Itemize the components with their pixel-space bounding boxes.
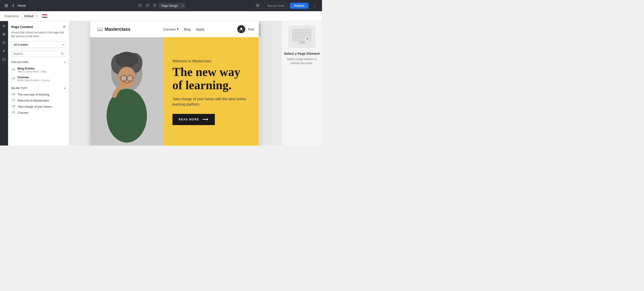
svg-rect-16 xyxy=(12,68,15,69)
preview-area: 📖 Masterclass Courses ▾ Blog Apply xyxy=(69,21,282,146)
logo-book-icon: 📖 xyxy=(97,26,103,32)
inline-text-section-header: INLINE TEXT ∨ xyxy=(11,86,66,90)
nav-courses-link[interactable]: Courses ▾ xyxy=(163,27,178,31)
palette-icon[interactable] xyxy=(1,40,7,45)
svg-rect-2 xyxy=(4,6,8,7)
svg-point-5 xyxy=(257,5,258,6)
hero-read-more-button[interactable]: READ MORE ⟶ xyxy=(172,114,215,125)
preview-frame-wrapper: 📖 Masterclass Courses ▾ Blog Apply xyxy=(90,21,260,146)
list-item[interactable]: The new way of learning. xyxy=(11,92,66,98)
inline-text-chevron-icon[interactable]: ∨ xyxy=(64,86,66,90)
panel-description: Access the content included in the page … xyxy=(11,31,66,38)
back-button[interactable] xyxy=(11,3,15,8)
svg-point-34 xyxy=(240,28,242,30)
history-button[interactable] xyxy=(152,3,158,9)
svg-rect-30 xyxy=(12,107,14,108)
svg-rect-32 xyxy=(12,112,15,112)
svg-rect-21 xyxy=(12,79,14,79)
list-item[interactable]: Courses xyxy=(11,110,66,116)
svg-rect-13 xyxy=(3,58,6,60)
hero-image-placeholder xyxy=(90,37,164,146)
hero-btn-arrow-icon: ⟶ xyxy=(202,117,208,122)
list-item[interactable]: Courses Web Content Article - Course xyxy=(11,74,66,83)
user-avatar xyxy=(237,25,245,33)
undo-button[interactable] xyxy=(137,3,143,9)
nav-apply-link[interactable]: Apply xyxy=(196,27,204,31)
panel-close-button[interactable]: ✕ xyxy=(63,25,66,29)
panel-title: Page Content xyxy=(11,25,33,29)
preview-scrollbar-thumb[interactable] xyxy=(259,23,260,37)
select-element-title: Select a Page Element xyxy=(284,52,320,56)
device-switcher: Page Design Global Design xyxy=(137,3,185,9)
preview-button[interactable] xyxy=(254,3,262,9)
search-bar xyxy=(11,51,66,57)
content-filter-select[interactable]: All Content Collection Inline Text xyxy=(11,42,66,48)
more-options-button[interactable]: ⋮ xyxy=(311,2,318,9)
nav-blog-link[interactable]: Blog xyxy=(184,27,190,31)
inline-text-2: Take charge of your future... xyxy=(18,105,54,108)
svg-rect-33 xyxy=(12,113,14,114)
add-element-icon[interactable] xyxy=(1,23,7,29)
redo-button[interactable] xyxy=(144,3,151,9)
inline-text-1: Welcome to Masterclass xyxy=(18,99,49,102)
svg-rect-24 xyxy=(12,95,14,95)
publish-button[interactable]: Publish xyxy=(290,3,308,9)
courses-collection-name: Courses xyxy=(18,76,49,79)
inline-text-1-icon xyxy=(12,99,15,102)
hero-title: The new way of learning. xyxy=(172,66,252,92)
page-title: Home xyxy=(18,4,26,8)
inline-text-3-icon xyxy=(12,111,15,114)
topbar-right: Discard Draft Publish ⋮ xyxy=(254,2,318,9)
experience-label: Experience xyxy=(4,14,19,18)
page-design-select[interactable]: Page Design Global Design xyxy=(159,3,185,8)
site-nav-right: Test xyxy=(237,25,254,33)
collection-chevron-icon[interactable]: ∨ xyxy=(64,60,66,64)
sidebar-toggle-button[interactable] xyxy=(4,3,9,8)
discard-draft-button[interactable]: Discard Draft xyxy=(264,3,288,9)
panel-header: Page Content ✕ xyxy=(11,25,66,29)
language-flag[interactable] xyxy=(42,14,47,18)
svg-point-44 xyxy=(127,75,133,81)
page-design-wrapper: Page Design Global Design xyxy=(159,3,185,8)
hero-image xyxy=(90,37,164,146)
search-input[interactable] xyxy=(13,52,60,56)
svg-line-15 xyxy=(63,54,64,55)
svg-rect-17 xyxy=(12,69,15,70)
blog-entries-sub: Web Content Article - Blog xyxy=(18,70,46,73)
svg-rect-20 xyxy=(12,78,15,78)
list-item[interactable]: Blog Entries Web Content Article - Blog xyxy=(11,66,66,74)
layers-icon[interactable] xyxy=(1,32,7,37)
svg-point-4 xyxy=(256,4,259,6)
site-nav-links: Courses ▾ Blog Apply xyxy=(163,27,204,31)
svg-rect-10 xyxy=(3,35,6,36)
inline-text-2-icon xyxy=(12,105,15,108)
blog-entries-info: Blog Entries Web Content Article - Blog xyxy=(18,67,46,73)
svg-rect-19 xyxy=(12,77,15,78)
hero-description: Take charge of your future with the best… xyxy=(172,96,252,107)
list-item[interactable]: Welcome to Masterclass xyxy=(11,98,66,104)
inline-text-0-icon xyxy=(12,92,15,96)
svg-point-43 xyxy=(121,75,126,81)
svg-rect-25 xyxy=(12,99,15,100)
svg-rect-9 xyxy=(3,34,6,34)
list-item[interactable]: Take charge of your future... xyxy=(11,104,66,110)
blog-entries-name: Blog Entries xyxy=(18,67,46,70)
svg-rect-55 xyxy=(298,43,306,44)
search-icon xyxy=(61,52,64,56)
site-logo: 📖 Masterclass xyxy=(97,26,130,32)
svg-rect-18 xyxy=(12,70,14,70)
svg-rect-1 xyxy=(4,6,8,6)
experience-select[interactable]: Default xyxy=(22,14,39,18)
user-name: Test xyxy=(248,27,254,31)
hero-content: Welcome to Masterclass The new way of le… xyxy=(164,37,260,146)
svg-rect-27 xyxy=(12,101,14,101)
site-navbar: 📖 Masterclass Courses ▾ Blog Apply xyxy=(90,21,260,37)
preview-scrollbar[interactable] xyxy=(259,21,260,146)
inline-text-label: INLINE TEXT xyxy=(11,87,28,90)
preview-frame: 📖 Masterclass Courses ▾ Blog Apply xyxy=(90,21,260,146)
pen-icon[interactable] xyxy=(2,48,6,54)
hero-section: Welcome to Masterclass The new way of le… xyxy=(90,37,260,146)
svg-rect-28 xyxy=(12,105,15,106)
hero-subtitle: Welcome to Masterclass xyxy=(172,59,252,63)
chat-icon[interactable] xyxy=(1,57,7,62)
